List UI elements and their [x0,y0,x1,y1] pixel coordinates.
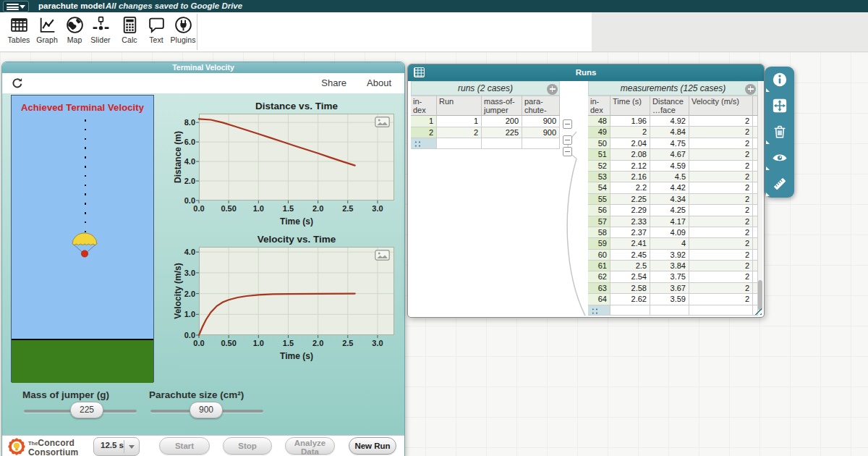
index-cell[interactable]: 51 [588,149,610,160]
data-cell[interactable]: 2 [689,116,753,127]
data-cell[interactable]: 2.08 [610,149,650,160]
data-cell[interactable]: 4.25 [650,205,689,216]
empty-cell[interactable] [650,305,689,316]
column-header[interactable]: Run [437,96,482,116]
data-cell[interactable]: 4.42 [650,182,689,193]
data-cell[interactable]: 1 [437,116,482,127]
data-cell[interactable]: 2 [689,283,753,294]
data-cell[interactable]: 2 [689,250,753,261]
data-cell[interactable]: 4.5 [650,172,689,182]
data-cell[interactable]: 2 [689,149,753,160]
data-cell[interactable]: 3.75 [650,271,689,282]
data-cell[interactable]: 4.09 [650,227,689,238]
empty-cell[interactable] [522,138,560,149]
sim-canvas[interactable]: Achieved Terminal Velocity [11,95,154,382]
data-cell[interactable]: 1.96 [610,116,650,127]
index-cell[interactable]: 1 [411,116,437,127]
data-cell[interactable]: 2.12 [610,161,650,172]
data-cell[interactable]: 2 [689,161,753,172]
export-image-button[interactable] [375,117,390,127]
drag-handle-cell[interactable] [411,138,437,149]
data-cell[interactable]: 900 [522,116,560,127]
plus-icon[interactable] [745,84,756,95]
data-cell[interactable]: 2 [689,194,753,205]
data-cell[interactable]: 4.75 [650,138,689,149]
data-cell[interactable]: 2 [689,227,753,238]
data-cell[interactable]: 2 [689,238,753,249]
data-cell[interactable]: 4.67 [650,149,689,160]
data-cell[interactable]: 2 [689,294,753,305]
column-header[interactable]: Time (s) [610,96,650,116]
index-cell[interactable]: 60 [588,250,610,261]
data-cell[interactable]: 2.04 [610,138,650,149]
index-cell[interactable]: 52 [588,161,610,172]
data-cell[interactable]: 225 [482,127,522,139]
data-cell[interactable]: 4.17 [650,216,689,227]
index-cell[interactable]: 59 [588,238,610,249]
empty-cell[interactable] [689,305,753,316]
data-cell[interactable]: 2 [689,182,753,193]
index-cell[interactable]: 49 [588,127,610,138]
data-cell[interactable]: 3.59 [650,294,689,305]
data-cell[interactable]: 3.67 [650,283,689,294]
index-cell[interactable]: 58 [588,227,610,238]
collapse-icon[interactable] [563,135,572,145]
export-image-button[interactable] [375,250,390,261]
index-cell[interactable]: 61 [588,261,610,271]
empty-cell[interactable] [610,305,650,316]
index-cell[interactable]: 53 [588,172,610,182]
index-cell[interactable]: 63 [588,283,610,294]
stop-button[interactable]: Stop [223,437,272,455]
drag-handle-cell[interactable] [588,305,610,316]
window-titlebar[interactable]: Runs [408,64,764,81]
parachute-slider-thumb[interactable]: 900 [190,402,223,418]
scrollbar-thumb[interactable] [758,280,762,311]
main-menu-button[interactable] [3,1,29,12]
data-cell[interactable]: 4.84 [650,127,689,138]
empty-cell[interactable] [437,138,482,149]
data-cell[interactable]: 2 [610,127,650,138]
collection-header[interactable]: measurements (125 cases) [588,81,758,96]
data-cell[interactable]: 2 [689,172,753,182]
data-cell[interactable]: 3.84 [650,261,689,271]
data-cell[interactable]: 4 [650,238,689,249]
time-select[interactable]: 12.5 s [93,437,140,456]
data-cell[interactable]: 2.25 [610,194,650,205]
tool-slider-button[interactable]: Slider [85,15,116,49]
data-cell[interactable]: 2.54 [610,271,650,282]
data-cell[interactable]: 2 [689,205,753,216]
velocity-time-chart[interactable]: 0.00.501.01.52.02.53.00.01.02.03.04.0 [199,247,394,335]
new-run-button[interactable]: New Run [349,437,396,455]
data-cell[interactable]: 2 [689,261,753,271]
index-cell[interactable]: 57 [588,216,610,227]
index-cell[interactable]: 56 [588,205,610,216]
data-cell[interactable]: 2.29 [610,205,650,216]
window-titlebar[interactable]: Terminal Velocity [2,62,404,73]
index-cell[interactable]: 62 [588,271,610,282]
column-header[interactable]: mass-of-jumper [482,96,522,116]
data-cell[interactable]: 900 [522,127,560,139]
data-cell[interactable]: 4.34 [650,194,689,205]
data-cell[interactable]: 2.16 [610,172,650,182]
data-cell[interactable]: 2.5 [610,261,650,271]
data-cell[interactable]: 2.45 [610,250,650,261]
data-cell[interactable]: 2 [689,216,753,227]
start-button[interactable]: Start [159,437,210,455]
column-header[interactable]: in-dex [411,96,437,116]
about-button[interactable]: About [367,77,391,88]
column-header[interactable]: Distance…face (m) [650,96,689,116]
tool-tables-button[interactable]: Tables [3,15,35,49]
mass-slider-thumb[interactable]: 225 [70,402,103,418]
empty-cell[interactable] [482,138,522,149]
data-cell[interactable]: 2 [437,127,482,139]
rescale-button[interactable] [765,93,794,119]
data-cell[interactable]: 2.62 [610,294,650,305]
data-cell[interactable]: 2 [689,271,753,282]
data-cell[interactable]: 4.92 [650,116,689,127]
index-cell[interactable]: 2 [411,127,437,139]
data-cell[interactable]: 3.92 [650,250,689,261]
data-cell[interactable]: 2 [689,138,753,149]
collapse-icon[interactable] [563,147,572,156]
analyze-data-button[interactable]: Analyze Data [285,437,335,455]
share-button[interactable]: Share [321,77,346,88]
